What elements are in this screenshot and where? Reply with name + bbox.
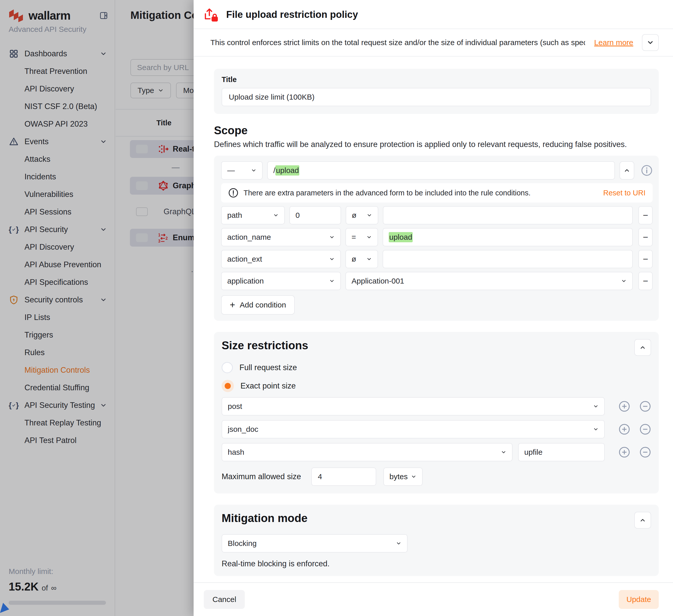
condition-operator-select[interactable]: ø: [346, 206, 378, 224]
point-row-json-doc: json_doc: [222, 420, 651, 438]
scope-heading: Scope: [214, 124, 659, 137]
plus-icon: +: [230, 299, 235, 310]
max-size-input[interactable]: [311, 467, 376, 486]
size-restrictions-collapse-button[interactable]: [634, 339, 651, 356]
modal-description-row: This control enforces strict limits on t…: [194, 29, 673, 56]
uri-prefix: /: [273, 166, 275, 175]
reset-to-uri-link[interactable]: Reset to URI: [603, 189, 646, 197]
size-unit-value: bytes: [390, 472, 408, 481]
uri-row: — /upload: [221, 161, 653, 180]
method-select[interactable]: —: [221, 161, 263, 180]
banner-text: There are extra parameters in the advanc…: [243, 189, 598, 197]
max-size-label: Maximum allowed size: [222, 472, 301, 481]
mitigation-mode-collapse-button[interactable]: [634, 512, 651, 529]
remove-point-button[interactable]: [639, 400, 651, 412]
remove-condition-button[interactable]: −: [638, 272, 653, 290]
point-select[interactable]: json_doc: [222, 420, 605, 438]
condition-row-action-ext: action_ext ø −: [221, 250, 653, 268]
path-position-input[interactable]: [289, 206, 341, 224]
mitigation-mode-card: Mitigation mode Blocking Real-time block…: [214, 505, 659, 576]
condition-field-value: action_name: [227, 233, 271, 241]
uri-highlighted-part: upload: [275, 165, 299, 176]
add-point-button[interactable]: [619, 400, 630, 412]
condition-field-value: application: [227, 277, 264, 285]
remove-point-button[interactable]: [639, 446, 651, 458]
hash-parameter-input[interactable]: [518, 443, 605, 461]
modal-title: File upload restriction policy: [226, 9, 358, 20]
scope-card: — /upload There are extra parameters in …: [214, 156, 659, 321]
modal-footer: Cancel Update: [194, 582, 673, 616]
exact-point-size-option[interactable]: Exact point size: [222, 379, 651, 393]
point-select[interactable]: post: [222, 397, 605, 415]
point-value: hash: [228, 448, 244, 456]
application-select[interactable]: Application-001: [346, 272, 633, 290]
remove-condition-button[interactable]: −: [638, 250, 653, 268]
radio-label: Full request size: [239, 363, 297, 372]
condition-field-select[interactable]: action_ext: [221, 250, 341, 268]
condition-operator-select[interactable]: =: [346, 228, 378, 246]
point-row-post: post: [222, 397, 651, 415]
condition-value-input[interactable]: [383, 206, 633, 224]
condition-row-path: path ø −: [221, 206, 653, 224]
description-expand-button[interactable]: [642, 34, 659, 51]
file-upload-restriction-modal: File upload restriction policy This cont…: [194, 0, 673, 616]
extra-parameters-banner: There are extra parameters in the advanc…: [221, 183, 653, 203]
learn-more-link[interactable]: Learn more: [594, 38, 633, 47]
add-condition-button[interactable]: + Add condition: [221, 295, 295, 315]
condition-value-input[interactable]: [383, 250, 633, 268]
uri-input[interactable]: /upload: [267, 161, 615, 180]
remove-point-button[interactable]: [639, 423, 651, 435]
point-value: json_doc: [228, 425, 258, 434]
condition-field-value: path: [227, 211, 242, 220]
remove-condition-button[interactable]: −: [638, 228, 653, 246]
condition-row-application: application Application-001 −: [221, 272, 653, 290]
add-point-button[interactable]: [619, 423, 630, 435]
scope-description: Defines which traffic will be analyzed t…: [214, 140, 659, 149]
size-restrictions-heading: Size restrictions: [222, 339, 308, 352]
mitigation-mode-value: Blocking: [228, 539, 256, 548]
info-icon[interactable]: [641, 165, 653, 176]
title-card: Title: [214, 69, 659, 114]
mitigation-mode-select[interactable]: Blocking: [222, 534, 408, 553]
add-point-button[interactable]: [619, 446, 630, 458]
cancel-button[interactable]: Cancel: [204, 590, 245, 609]
highlighted-value: upload: [389, 232, 413, 242]
point-select[interactable]: hash: [222, 443, 512, 461]
application-value: Application-001: [352, 277, 404, 285]
condition-field-select[interactable]: action_name: [221, 228, 341, 246]
condition-field-select[interactable]: path: [221, 206, 285, 224]
mitigation-mode-heading: Mitigation mode: [222, 512, 307, 525]
condition-operator-value: ø: [352, 211, 357, 220]
full-request-size-option[interactable]: Full request size: [222, 361, 651, 374]
size-unit-select[interactable]: bytes: [383, 467, 423, 486]
size-restrictions-card: Size restrictions Full request size Exac…: [214, 332, 659, 493]
title-field-label: Title: [222, 75, 651, 84]
update-button[interactable]: Update: [619, 590, 659, 609]
condition-operator-select[interactable]: ø: [346, 250, 378, 268]
modal-description: This control enforces strict limits on t…: [210, 38, 585, 47]
modal-content: Title Scope Defines which traffic will b…: [194, 56, 673, 582]
radio-selected-icon: [222, 380, 234, 392]
exclamation-icon: [228, 188, 238, 198]
condition-operator-value: ø: [352, 255, 356, 263]
uri-collapse-button[interactable]: [620, 161, 634, 180]
add-condition-label: Add condition: [240, 300, 286, 309]
max-size-row: Maximum allowed size bytes: [222, 467, 651, 486]
point-value: post: [228, 402, 242, 411]
upload-lock-icon: [203, 7, 219, 22]
point-row-hash: hash: [222, 443, 651, 461]
radio-label: Exact point size: [240, 381, 296, 391]
condition-field-value: action_ext: [227, 255, 262, 263]
remove-condition-button[interactable]: −: [638, 206, 653, 224]
method-value: —: [227, 166, 235, 175]
condition-value-input[interactable]: upload: [383, 228, 633, 246]
mitigation-mode-note: Real-time blocking is enforced.: [222, 559, 651, 568]
condition-operator-value: =: [352, 233, 356, 241]
condition-field-select[interactable]: application: [221, 272, 341, 290]
modal-header: File upload restriction policy: [194, 0, 673, 29]
radio-unselected-icon: [222, 362, 233, 373]
policy-title-input[interactable]: [222, 88, 651, 106]
condition-row-action-name: action_name = upload −: [221, 228, 653, 246]
